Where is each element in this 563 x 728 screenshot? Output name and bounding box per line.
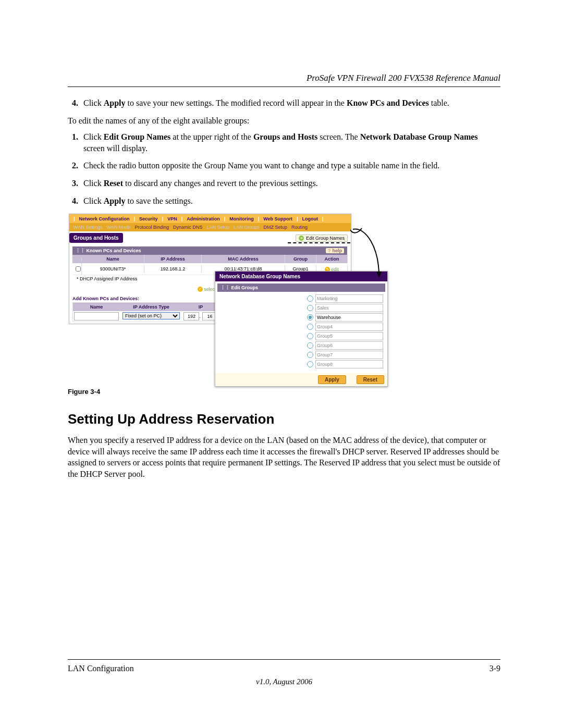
arrow-icon: ➜: [299, 236, 304, 241]
ip-octet-1[interactable]: [183, 312, 199, 320]
group-input-1[interactable]: [315, 294, 383, 303]
t: Click: [83, 196, 104, 205]
txt: table.: [429, 98, 449, 107]
group-input-3[interactable]: [315, 313, 383, 322]
top-nav: | Network Configuration| Security| VPN| …: [69, 214, 351, 223]
group-radio-2[interactable]: [307, 305, 313, 311]
group-input-5[interactable]: [315, 332, 383, 340]
cell-name: 9300UNIT3*: [82, 265, 144, 273]
add-col-name: Name: [73, 303, 120, 311]
groups-and-hosts-title: Groups and Hosts: [69, 233, 123, 243]
group-input-6[interactable]: [315, 341, 383, 350]
group-input-8[interactable]: [315, 360, 383, 368]
t: Click: [83, 179, 104, 188]
know-pcs-word: Know PCs and Devices: [347, 98, 429, 107]
svg-marker-0: [376, 272, 382, 278]
t: to save the settings.: [125, 196, 192, 205]
select-all-icon: ✓: [198, 287, 203, 292]
cell-ip: 192.168.1.2: [144, 265, 202, 273]
sub-routing[interactable]: Routing: [291, 225, 308, 230]
edit-group-names-word: Edit Group Names: [104, 132, 171, 141]
sub-nav: WAN Settings WAN Mode Protocol Binding D…: [69, 223, 351, 231]
section-heading: Setting Up Address Reservation: [68, 411, 500, 427]
col-group: Group: [285, 255, 316, 263]
page-header: ProSafe VPN Firewall 200 FVX538 Referenc…: [68, 73, 500, 83]
apply-word: Apply: [104, 196, 126, 205]
footer-right: 3-9: [489, 664, 500, 673]
group-radio-7[interactable]: [307, 352, 313, 358]
groups-and-hosts-word: Groups and Hosts: [253, 132, 317, 141]
t: Click: [83, 132, 104, 141]
add-col-iptype: IP Address Type: [120, 303, 182, 311]
tab-web-support[interactable]: Web Support: [263, 216, 292, 221]
tab-administration[interactable]: Administration: [187, 216, 220, 221]
reset-button[interactable]: Reset: [357, 375, 384, 384]
section-paragraph: When you specify a reserved IP address f…: [68, 435, 500, 479]
figure-caption: Figure 3-4: [68, 388, 500, 396]
apply-button[interactable]: Apply: [318, 375, 346, 384]
tab-logout[interactable]: Logout: [302, 216, 319, 221]
group-radio-3[interactable]: [307, 314, 313, 320]
sub-protocol-binding[interactable]: Protocol Binding: [134, 225, 169, 230]
known-pcs-header: ⋮⋮ Known PCs and Devices: [76, 248, 141, 253]
edit-group-steps: Click Edit Group Names at the upper righ…: [68, 131, 500, 206]
footer-left: LAN Configuration: [68, 664, 134, 673]
tab-security[interactable]: Security: [139, 216, 158, 221]
group-radio-8[interactable]: [307, 361, 313, 367]
sub-dynamic-dns[interactable]: Dynamic DNS: [173, 225, 203, 230]
tab-vpn[interactable]: VPN: [167, 216, 177, 221]
t: at the upper right of the: [170, 132, 253, 141]
add-name-input[interactable]: [74, 312, 119, 320]
apply-word: Apply: [104, 98, 126, 107]
col-mac: MAC Address: [202, 255, 285, 263]
sub-dmz-setup[interactable]: DMZ Setup: [264, 225, 288, 230]
edit-group-names-label: Edit Group Names: [306, 236, 345, 241]
intro-groups: To edit the names of any of the eight av…: [68, 115, 500, 127]
group-radio-4[interactable]: [307, 324, 313, 330]
group-radio-5[interactable]: [307, 333, 313, 339]
dashed-indicator: [288, 242, 350, 243]
row-checkbox[interactable]: [76, 266, 81, 272]
reset-word: Reset: [104, 179, 123, 188]
sub-wan-settings[interactable]: WAN Settings: [74, 225, 103, 230]
edit-group-names-button[interactable]: ➜ Edit Group Names: [296, 235, 348, 242]
group-input-2[interactable]: [315, 304, 383, 312]
t: screen will display.: [83, 144, 148, 153]
netdb-group-names-word: Network Database Group Names: [360, 132, 478, 141]
help-button[interactable]: ?help: [326, 248, 344, 253]
col-action: Action: [316, 255, 348, 263]
figure-3-4: | Network Configuration| Security| VPN| …: [69, 214, 499, 386]
group-input-4[interactable]: [315, 323, 383, 331]
tab-monitoring[interactable]: Monitoring: [229, 216, 254, 221]
group-input-7[interactable]: [315, 351, 383, 359]
footer-rule: [68, 659, 500, 660]
sub-lan-setup[interactable]: LAN Setup: [206, 225, 229, 230]
step-2: Check the radio button opposite the Grou…: [80, 160, 500, 171]
ip-address-type-select[interactable]: Fixed (set on PC): [123, 312, 180, 319]
header-rule: [68, 87, 500, 87]
continuation-step: Click Apply to save your new settings. T…: [68, 97, 500, 109]
group-radio-1[interactable]: [307, 295, 313, 302]
txt: Click: [83, 98, 104, 107]
group-radio-6[interactable]: [307, 342, 313, 349]
tab-network-config[interactable]: Network Configuration: [79, 216, 130, 221]
t: to discard any changes and revert to the…: [123, 179, 318, 188]
t: screen. The: [317, 132, 360, 141]
txt: to save your new settings. The modified …: [125, 98, 346, 107]
col-ip: IP Address: [144, 255, 202, 263]
help-icon: ?: [328, 248, 331, 253]
arrow-icon: [350, 227, 397, 289]
sub-wan-mode[interactable]: WAN Mode: [107, 225, 131, 230]
footer-version: v1.0, August 2006: [68, 677, 500, 686]
add-col-ip: IP: [182, 303, 219, 311]
sub-lan-groups[interactable]: LAN Groups: [234, 225, 260, 230]
col-name: Name: [82, 255, 144, 263]
